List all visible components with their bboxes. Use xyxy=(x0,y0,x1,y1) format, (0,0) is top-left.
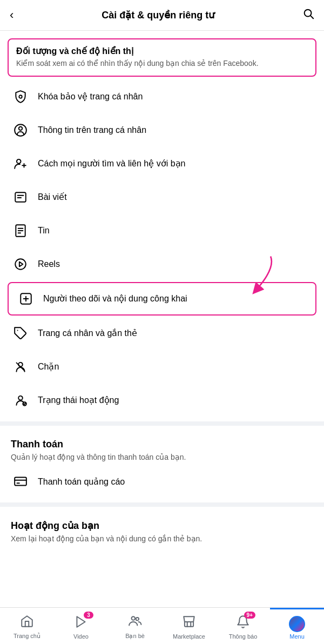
block-icon xyxy=(11,357,30,377)
followers-icon xyxy=(16,289,36,308)
svg-rect-8 xyxy=(15,192,26,202)
audience-display-desc: Kiểm soát xem ai có thể nhìn thấy nội du… xyxy=(16,58,308,69)
hoat-dong-title: Hoạt động của bạn xyxy=(11,520,313,532)
thanh-toan-section-header: Thanh toán Quản lý hoạt động và thông ti… xyxy=(0,430,324,465)
menu-item-khoa-bao-ve-label: Khóa bảo vệ trang cá nhân xyxy=(38,91,313,102)
back-button[interactable]: ‹ xyxy=(10,8,14,22)
svg-point-15 xyxy=(15,259,26,270)
svg-point-5 xyxy=(17,159,21,163)
person-add-icon xyxy=(11,154,30,173)
thanh-toan-title: Thanh toán xyxy=(11,439,313,450)
hoat-dong-desc: Xem lại hoạt động của bạn và nội dung có… xyxy=(11,534,313,545)
notification-badge: 9+ xyxy=(244,612,255,619)
hoat-dong-section-header: Hoạt động của bạn Xem lại hoạt động của … xyxy=(0,511,324,547)
menu-item-khoa-bao-ve[interactable]: Khóa bảo vệ trang cá nhân xyxy=(0,80,324,113)
avatar-icon xyxy=(289,616,305,632)
thanh-toan-desc: Quản lý hoạt động và thông tin thanh toá… xyxy=(11,452,313,463)
svg-point-30 xyxy=(136,618,139,620)
svg-point-23 xyxy=(18,395,23,400)
svg-point-4 xyxy=(19,126,23,130)
audience-display-title: Đối tượng và chế độ hiển thị xyxy=(16,46,308,56)
menu-item-chan-label: Chặn xyxy=(38,361,313,372)
menu-item-thong-tin-label: Thông tin trên trang cá nhân xyxy=(38,125,313,135)
menu-item-thanh-toan-qc-label: Thanh toán quảng cáo xyxy=(38,477,313,487)
page-title: Cài đặt & quyền riêng tư xyxy=(102,9,214,21)
menu-item-trang-thai-label: Trạng thái hoạt động xyxy=(38,395,313,405)
audience-display-box[interactable]: Đối tượng và chế độ hiển thị Kiểm soát x… xyxy=(8,38,316,77)
nav-item-notifications-label: Thông báo xyxy=(229,633,258,640)
bottom-navigation: Trang chủ 3 Video Bạn bè xyxy=(0,607,324,644)
nav-item-home-label: Trang chủ xyxy=(14,633,40,640)
credit-card-icon xyxy=(11,472,30,491)
svg-marker-16 xyxy=(19,261,23,266)
svg-point-29 xyxy=(132,616,136,620)
svg-marker-28 xyxy=(77,616,85,627)
menu-item-trang-thai[interactable]: Trạng thái hoạt động xyxy=(0,384,324,417)
reels-icon xyxy=(11,254,30,274)
menu-item-nguoi-theo-doi-label: Người theo dõi và nội dung công khai xyxy=(43,293,308,304)
section-divider-2 xyxy=(0,502,324,507)
nav-item-friends[interactable]: Bạn bè xyxy=(108,608,162,644)
menu-item-cach-moi-nguoi[interactable]: Cách mọi người tìm và liên hệ với bạn xyxy=(0,147,324,180)
search-button[interactable] xyxy=(302,8,314,23)
nav-item-home[interactable]: Trang chủ xyxy=(0,608,54,644)
nav-item-marketplace-label: Marketplace xyxy=(173,633,205,640)
nav-item-notifications[interactable]: 9+ Thông báo xyxy=(216,608,270,644)
menu-item-trang-ca-nhan-label: Trang cá nhân và gắn thẻ xyxy=(38,328,313,338)
svg-rect-25 xyxy=(15,478,26,486)
section-divider-1 xyxy=(0,421,324,426)
profile-circle-icon xyxy=(11,120,30,140)
menu-item-bai-viet-label: Bài viết xyxy=(38,192,313,202)
friends-icon xyxy=(128,614,142,632)
svg-line-22 xyxy=(16,363,24,371)
menu-item-thanh-toan-qc[interactable]: Thanh toán quảng cáo xyxy=(0,465,324,498)
header: ‹ Cài đặt & quyền riêng tư xyxy=(0,0,324,31)
nav-item-friends-label: Bạn bè xyxy=(125,633,145,640)
activity-icon xyxy=(11,391,30,410)
nav-item-menu-label: Menu xyxy=(289,633,305,640)
svg-point-2 xyxy=(19,95,22,98)
nav-item-video-label: Video xyxy=(73,633,89,640)
home-icon xyxy=(20,614,34,632)
main-content: Đối tượng và chế độ hiển thị Kiểm soát x… xyxy=(0,31,324,607)
bell-icon: 9+ xyxy=(236,615,250,632)
nav-item-video[interactable]: 3 Video xyxy=(54,608,108,644)
menu-item-thong-tin[interactable]: Thông tin trên trang cá nhân xyxy=(0,113,324,147)
nav-item-menu[interactable]: Menu xyxy=(270,608,324,644)
menu-item-reels-label: Reels xyxy=(38,259,313,269)
nav-item-marketplace[interactable]: Marketplace xyxy=(162,608,216,644)
shield-icon xyxy=(11,87,30,106)
menu-item-tin-label: Tin xyxy=(38,226,313,236)
privacy-menu-list: Khóa bảo vệ trang cá nhân Thông tin trên… xyxy=(0,80,324,417)
menu-item-chan[interactable]: Chặn xyxy=(0,350,324,384)
menu-item-cach-moi-nguoi-label: Cách mọi người tìm và liên hệ với bạn xyxy=(38,158,313,169)
story-icon xyxy=(11,221,30,240)
menu-item-nguoi-theo-doi[interactable]: Người theo dõi và nội dung công khai xyxy=(8,282,316,316)
post-icon xyxy=(11,187,30,207)
marketplace-icon xyxy=(182,615,196,632)
tag-icon xyxy=(11,324,30,343)
svg-line-1 xyxy=(310,16,313,18)
menu-item-bai-viet[interactable]: Bài viết xyxy=(0,180,324,214)
menu-item-trang-ca-nhan[interactable]: Trang cá nhân và gắn thẻ xyxy=(0,317,324,350)
video-badge: 3 xyxy=(84,612,93,619)
video-icon: 3 xyxy=(74,615,88,632)
menu-item-reels[interactable]: Reels xyxy=(0,247,324,281)
menu-item-tin[interactable]: Tin xyxy=(0,214,324,247)
